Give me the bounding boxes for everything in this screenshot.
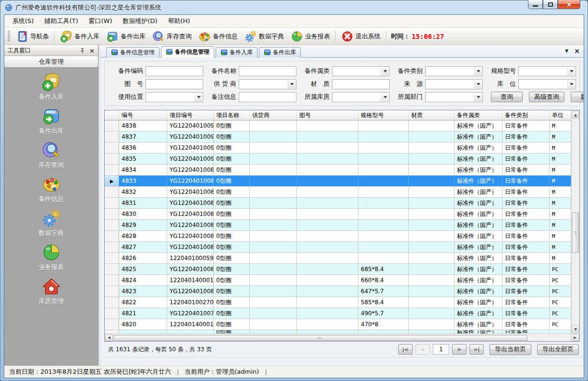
table-cell: 标准件（国产） bbox=[454, 242, 502, 252]
toolbar-button-exit[interactable]: 退出系统 bbox=[338, 29, 384, 44]
column-header[interactable]: 项目编号 bbox=[167, 110, 214, 120]
search-combobox[interactable] bbox=[239, 79, 296, 89]
vertical-scrollbar[interactable]: ▲ ▼ bbox=[571, 110, 579, 333]
table-row[interactable]: 4827YG122040100820型圈标准件（国产）日常备件M bbox=[105, 242, 571, 253]
table-row[interactable]: 4836YG122040100910型圈标准件（国产）日常备件M bbox=[105, 143, 571, 154]
search-button[interactable]: 查询 bbox=[491, 92, 523, 102]
table-row[interactable]: 482212204010027000型圈585*8.4标准件（国产）日常备件PC bbox=[105, 297, 571, 308]
menu-item[interactable]: 辅助工具(T) bbox=[39, 15, 83, 27]
toolbar-button-inventory-query[interactable]: 库存查询 bbox=[149, 29, 195, 44]
column-header[interactable]: 供货商 bbox=[250, 110, 297, 120]
column-header[interactable]: 单位 bbox=[550, 110, 571, 120]
search-input[interactable] bbox=[239, 66, 296, 76]
search-input[interactable] bbox=[332, 79, 390, 89]
sidebar-item-stock-out[interactable]: 备件出库 bbox=[39, 107, 64, 135]
sidebar-item-data-dict[interactable]: 数据字典 bbox=[39, 209, 64, 238]
sidebar-close-icon[interactable]: × bbox=[89, 48, 95, 54]
search-combobox[interactable] bbox=[425, 66, 483, 76]
tab-list-dropdown-icon[interactable]: ▼ bbox=[565, 49, 568, 53]
scroll-left-icon[interactable]: ◀ bbox=[105, 334, 113, 341]
first-page-button[interactable]: |< bbox=[398, 344, 413, 355]
search-combobox[interactable] bbox=[146, 92, 203, 102]
export-all-pages-button[interactable]: 导出全部页 bbox=[537, 344, 579, 355]
table-cell bbox=[358, 242, 409, 252]
search-input[interactable] bbox=[146, 79, 203, 89]
titlebar[interactable]: 广州爱奇迪软件科技有限公司-深田之星仓库管理系统 × bbox=[4, 0, 584, 14]
sidebar-item-inventory-query[interactable]: 库存查询 bbox=[39, 141, 64, 169]
table-row[interactable]: 4837YG122040100920型圈标准件（国产）日常备件M bbox=[105, 131, 571, 143]
table-row[interactable]: 4821YG122040100790型圈490*5.7标准件（国产）日常备件PC bbox=[105, 308, 571, 319]
table-row[interactable]: 4829YG122040100840型圈标准件（国产）日常备件M bbox=[105, 220, 571, 231]
last-page-button[interactable]: >| bbox=[469, 344, 484, 355]
tab[interactable]: 备件出库 bbox=[259, 47, 301, 58]
search-combobox[interactable] bbox=[425, 92, 483, 102]
scroll-up-icon[interactable]: ▲ bbox=[572, 111, 579, 119]
search-button[interactable]: 新建 bbox=[571, 92, 584, 102]
tab[interactable]: 备件信息管理 bbox=[106, 47, 159, 58]
prev-page-button[interactable]: < bbox=[416, 344, 430, 355]
toolbar-button-navbar[interactable]: 导航条 bbox=[12, 29, 52, 44]
tab[interactable]: 备件入库 bbox=[216, 47, 257, 58]
sidebar-item-stock-in[interactable]: 备件入库 bbox=[39, 72, 64, 101]
table-row[interactable]: 4832YG122040100870型圈标准件（国产）日常备件M bbox=[105, 187, 571, 198]
tab-close-icon[interactable]: × bbox=[574, 48, 580, 54]
horizontal-scrollbar[interactable]: ◀ ▶ bbox=[105, 333, 579, 341]
minimize-button[interactable] bbox=[528, 0, 543, 9]
toolbar-grip[interactable] bbox=[8, 31, 10, 42]
search-combobox[interactable] bbox=[518, 79, 576, 89]
column-header[interactable]: 备件属类 bbox=[454, 110, 502, 120]
sidebar-item-warehouse[interactable]: 库房管理 bbox=[39, 277, 64, 306]
search-input[interactable] bbox=[239, 92, 296, 102]
column-header[interactable]: 项目名称 bbox=[214, 110, 250, 120]
table-cell: 日常备件 bbox=[502, 131, 550, 142]
toolbar-button-stock-out[interactable]: 备件出库 bbox=[103, 29, 149, 44]
column-header[interactable]: 材质 bbox=[409, 110, 454, 120]
table-row[interactable]: 4834YG122040100890型圈标准件（国产）日常备件M bbox=[105, 165, 571, 176]
search-combobox[interactable] bbox=[332, 92, 390, 102]
sidebar-item-report[interactable]: 业务报表 bbox=[39, 243, 64, 272]
menu-item[interactable]: 系统(S) bbox=[7, 15, 39, 27]
page-number-input[interactable] bbox=[433, 344, 449, 355]
search-combobox[interactable] bbox=[425, 79, 483, 89]
table-row[interactable]: 482412204014000120型圈660*8.4标准件（国产）日常备件PC bbox=[105, 275, 571, 286]
table-row[interactable]: 482012204014000130型圈470*8标准件（国产）日常备件PC bbox=[105, 319, 571, 330]
table-row[interactable]: 482612204010005990型圈标准件（国产）日常备件M bbox=[105, 253, 571, 264]
tab[interactable]: 备件信息管理 bbox=[161, 46, 214, 58]
table-row[interactable]: 4831YG122040100860型圈标准件（国产）日常备件M bbox=[105, 198, 571, 209]
column-header[interactable]: 编号 bbox=[119, 110, 167, 120]
scroll-down-icon[interactable]: ▼ bbox=[572, 325, 579, 333]
table-row[interactable]: 4828YG122040100830型圈标准件（国产）日常备件M bbox=[105, 231, 571, 242]
sidebar-group-header[interactable]: 仓库管理 bbox=[4, 56, 98, 68]
search-input[interactable] bbox=[146, 66, 203, 76]
maximize-button[interactable] bbox=[543, 0, 558, 9]
hscroll-thumb[interactable] bbox=[113, 335, 527, 341]
table-row[interactable]: 0型圈标准件（国产）日常备件 bbox=[105, 330, 571, 333]
search-combobox[interactable] bbox=[518, 66, 576, 76]
menu-item[interactable]: 数据维护(D) bbox=[118, 15, 163, 27]
table-row[interactable]: ▶4833YG122040100880型圈标准件（国产）日常备件M bbox=[105, 176, 571, 187]
toolbar-button-stock-in[interactable]: 备件入库 bbox=[57, 29, 103, 44]
column-header[interactable]: 图号 bbox=[297, 110, 358, 120]
pin-icon[interactable] bbox=[79, 48, 86, 54]
scroll-right-icon[interactable]: ▶ bbox=[571, 334, 579, 341]
toolbar-button-report[interactable]: 业务报表 bbox=[287, 29, 333, 44]
table-row[interactable]: 4825YG122040100810型圈685*8.4标准件（国产）日常备件PC bbox=[105, 264, 571, 275]
toolbar-button-data-dict[interactable]: 数据字典 bbox=[241, 29, 287, 44]
export-current-page-button[interactable]: 导出当前页 bbox=[490, 344, 531, 355]
table-row[interactable]: 4823YG122040100800型圈647*5.7标准件（国产）日常备件PC bbox=[105, 286, 571, 297]
close-button[interactable]: × bbox=[558, 0, 580, 9]
menu-item[interactable]: 窗口(W) bbox=[84, 15, 118, 27]
vscroll-track[interactable] bbox=[572, 119, 579, 325]
search-button[interactable]: 高级查询 bbox=[529, 92, 564, 102]
column-header[interactable]: 备件类别 bbox=[502, 110, 550, 120]
search-combobox[interactable] bbox=[332, 66, 390, 76]
vscroll-thumb[interactable] bbox=[572, 213, 579, 253]
column-header[interactable]: 规格型号 bbox=[358, 110, 409, 120]
sidebar-item-parts-info[interactable]: 备件信息 bbox=[39, 175, 64, 203]
toolbar-button-parts-info[interactable]: 备件信息 bbox=[195, 29, 241, 44]
table-row[interactable]: 4830YG122040100850型圈标准件（国产）日常备件M bbox=[105, 209, 571, 220]
table-row[interactable]: 4835YG122040100900型圈标准件（国产）日常备件M bbox=[105, 154, 571, 165]
table-row[interactable]: 4838YG122040100930型圈标准件（国产）日常备件M bbox=[105, 120, 571, 131]
menu-item[interactable]: 帮助(H) bbox=[163, 15, 196, 27]
next-page-button[interactable]: > bbox=[452, 344, 466, 355]
